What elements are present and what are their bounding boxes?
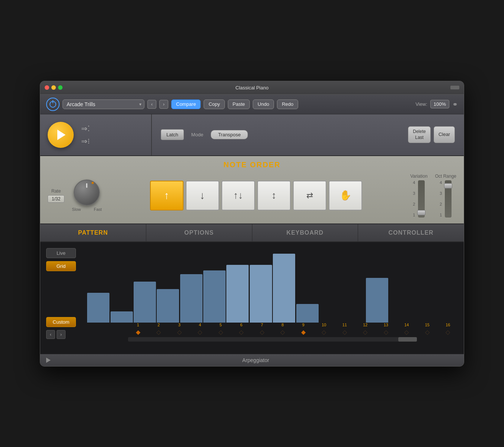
bar-label-8: 8: [273, 323, 293, 327]
bar-label-15: 15: [417, 323, 437, 327]
bar-label-14: 14: [397, 323, 417, 327]
note-btn-up[interactable]: ↑: [150, 181, 184, 210]
oct-range-slider[interactable]: [445, 180, 452, 218]
note-btn-played[interactable]: ✋: [329, 181, 362, 210]
nav-left-button[interactable]: ‹: [46, 330, 55, 339]
bar-label-1: 1: [128, 323, 148, 327]
vel-dot-6[interactable]: ◇: [232, 329, 252, 336]
bar-col-7[interactable]: [226, 265, 249, 323]
copy-button[interactable]: Copy: [204, 99, 224, 109]
title-bar: Classical Piano: [40, 81, 464, 95]
close-button[interactable]: [45, 85, 49, 90]
preset-dropdown[interactable]: Arcade Trills: [63, 99, 144, 109]
bar-label-16: 16: [438, 323, 458, 327]
pattern-nav: ‹ ›: [46, 330, 76, 339]
play-button[interactable]: [48, 122, 74, 148]
power-icon: [50, 101, 56, 108]
vel-dot-7[interactable]: ◇: [252, 329, 272, 336]
minimize-button[interactable]: [51, 85, 56, 90]
rate-knob[interactable]: [74, 180, 100, 206]
top-section: ⇒⁚ ⇒⁝ Latch Mode Transpose DeleteLast Cl…: [40, 114, 464, 156]
knob-container: Slow Fast: [72, 180, 102, 212]
tab-pattern[interactable]: PATTERN: [40, 224, 146, 241]
status-bar: Arpeggiator: [40, 354, 464, 366]
rate-value: 1/32: [48, 195, 64, 203]
variation-numbers: 4 3 2 1: [413, 180, 415, 218]
compare-button[interactable]: Compare: [171, 99, 201, 109]
bars-chart: [87, 248, 458, 323]
vel-dot-13[interactable]: ◇: [376, 329, 396, 336]
vel-dot-4[interactable]: ◇: [190, 329, 210, 336]
bar-col-3[interactable]: [134, 282, 156, 323]
scroll-area[interactable]: [128, 337, 417, 342]
bar-col-13[interactable]: [366, 278, 388, 323]
bar-col-1[interactable]: [87, 293, 109, 323]
play-icon: [57, 130, 66, 140]
note-btn-downup[interactable]: ↕: [257, 181, 291, 210]
note-order-section: NOTE ORDER Rate 1/32 Slow Fast ↑ ↓ ↑↓: [40, 156, 464, 224]
maximize-button[interactable]: [58, 85, 63, 90]
scroll-thumb[interactable]: [398, 337, 417, 342]
vel-dot-16[interactable]: ◇: [438, 329, 458, 336]
note-order-buttons: ↑ ↓ ↑↓ ↕ ⇄ ✋: [109, 181, 403, 210]
bar-label-11: 11: [335, 323, 355, 327]
delete-last-button[interactable]: DeleteLast: [408, 126, 431, 143]
arp-down-icon: ⇒⁝: [81, 137, 90, 146]
play-area: ⇒⁚ ⇒⁝: [40, 114, 152, 155]
window-title: Classical Piano: [236, 85, 269, 91]
bar-col-5[interactable]: [180, 274, 202, 323]
vel-dot-14[interactable]: ◇: [397, 329, 417, 336]
tab-keyboard[interactable]: KEYBOARD: [252, 224, 358, 241]
vel-dot-10[interactable]: ◇: [314, 329, 334, 336]
note-btn-down[interactable]: ↓: [186, 181, 219, 210]
nav-prev-button[interactable]: ‹: [147, 100, 156, 109]
paste-button[interactable]: Paste: [228, 99, 250, 109]
bar-col-9[interactable]: [273, 254, 295, 323]
vel-dot-3[interactable]: ◇: [169, 329, 189, 336]
variation-slider[interactable]: [418, 180, 425, 218]
tab-controller[interactable]: CONTROLLER: [358, 224, 464, 241]
bars-container: 12345678910111213141516 ◆◇◇◇◇◇◇◇◆◇◇◇◇◇◇◇: [87, 248, 458, 345]
latch-button[interactable]: Latch: [161, 129, 184, 140]
toolbar: Arcade Trills ▾ ‹ › Compare Copy Paste U…: [40, 95, 464, 114]
vel-dot-8[interactable]: ◇: [273, 329, 293, 336]
oct-range-slider-section: Oct Range 4 3 2 1: [435, 174, 456, 218]
vel-dot-9[interactable]: ◆: [293, 329, 313, 336]
undo-button[interactable]: Undo: [253, 99, 274, 109]
bar-label-7: 7: [252, 323, 272, 327]
bar-label-6: 6: [232, 323, 252, 327]
knob-labels: Slow Fast: [72, 207, 102, 212]
clear-button[interactable]: Clear: [434, 126, 455, 143]
rate-label: Rate: [51, 188, 61, 194]
nav-next-button[interactable]: ›: [159, 100, 168, 109]
bar-col-6[interactable]: [203, 270, 226, 323]
bar-col-2[interactable]: [110, 311, 133, 323]
custom-button[interactable]: Custom: [46, 317, 76, 327]
zoom-level: 100%: [430, 100, 449, 108]
link-icon[interactable]: ⚭: [452, 100, 458, 108]
nav-right-button[interactable]: ›: [57, 330, 66, 339]
vel-dot-5[interactable]: ◇: [211, 329, 231, 336]
arp-icons: ⇒⁚ ⇒⁝: [81, 124, 90, 146]
bar-col-10[interactable]: [296, 304, 318, 323]
custom-section: Custom ‹ ›: [46, 317, 76, 339]
vel-dot-11[interactable]: ◇: [335, 329, 355, 336]
window-resize-handle: [450, 86, 459, 89]
bar-col-8[interactable]: [250, 265, 272, 323]
vel-dot-2[interactable]: ◇: [149, 329, 169, 336]
tab-options[interactable]: OPTIONS: [146, 224, 252, 241]
note-btn-random[interactable]: ⇄: [293, 181, 326, 210]
live-button[interactable]: Live: [46, 248, 76, 258]
status-play-icon: [46, 358, 51, 363]
slow-label: Slow: [72, 207, 81, 212]
vel-dot-15[interactable]: ◇: [417, 329, 437, 336]
bar-col-4[interactable]: [157, 289, 179, 323]
bar-label-5: 5: [211, 323, 231, 327]
power-button[interactable]: [46, 98, 60, 111]
grid-button[interactable]: Grid: [46, 261, 76, 271]
vel-dot-1[interactable]: ◆: [128, 329, 148, 336]
note-btn-updown[interactable]: ↑↓: [221, 181, 255, 210]
redo-button[interactable]: Redo: [277, 99, 298, 109]
bar-labels: 12345678910111213141516: [128, 323, 458, 327]
vel-dot-12[interactable]: ◇: [355, 329, 376, 336]
